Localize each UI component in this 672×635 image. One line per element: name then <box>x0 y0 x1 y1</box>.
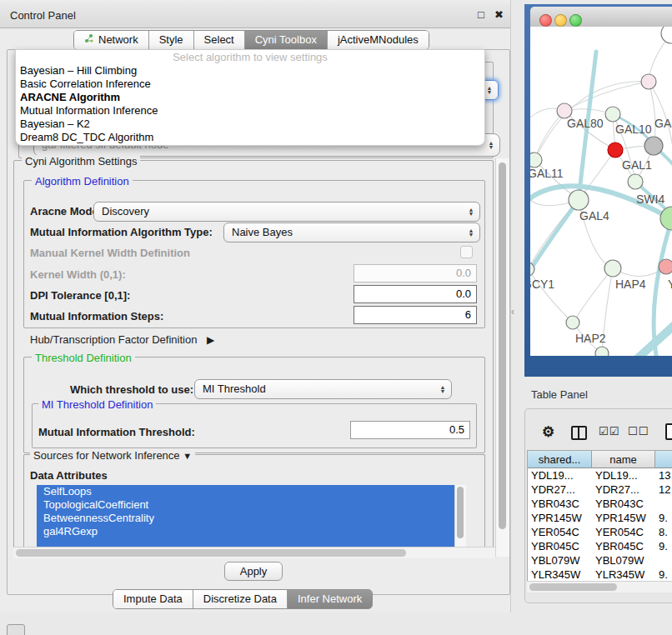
control-panel-titlebar: Control Panel □ ✖ <box>0 2 510 28</box>
control-panel-tabbar: Network Style Select Cyni Toolbox jActiv… <box>73 30 429 50</box>
tab-impute-data[interactable]: Impute Data <box>113 590 193 608</box>
node-label: GAL <box>654 117 672 130</box>
table-row[interactable]: YDL19...YDL19...13 <box>528 468 672 482</box>
tab-select[interactable]: Select <box>194 31 245 49</box>
scrollbar-thumb[interactable] <box>499 162 506 529</box>
algorithm-option[interactable]: Mutual Information Inference <box>16 104 484 118</box>
hub-definition-toggle[interactable]: Hub/Transcription Factor Definition ▶ <box>30 333 214 346</box>
attribute-item-selected[interactable]: SelfLoops <box>37 485 454 498</box>
deselect-all-checkboxes-icon[interactable]: ☐☐ <box>628 425 649 438</box>
table-header-row: shared... name <box>528 451 672 468</box>
attribute-item-selected[interactable]: BetweennessCentrality <box>37 512 454 525</box>
zoom-window-icon[interactable] <box>569 14 582 27</box>
node-gal1-selected <box>608 142 623 158</box>
table-row[interactable]: YPR145WYPR145W9. <box>528 511 672 525</box>
table-row[interactable]: YBR043CYBR043C <box>528 497 672 511</box>
table-row[interactable]: YER054CYER054C8. <box>528 525 672 539</box>
threshold-definition-title: Threshold Definition <box>32 352 135 364</box>
tab-infer-network[interactable]: Infer Network <box>288 590 372 608</box>
node-label: GCY1 <box>530 278 554 291</box>
tab-cyni-toolbox[interactable]: Cyni Toolbox <box>245 31 328 49</box>
combo-stepper-icon: ▲▼ <box>466 224 476 240</box>
cyni-algorithm-settings-title: Cyni Algorithm Settings <box>22 155 140 168</box>
algorithm-option[interactable]: Bayesian – Hill Climbing <box>16 64 484 78</box>
node-table: shared... name YDL19...YDL19...13 YDR27.… <box>527 450 672 582</box>
algorithm-option-selected[interactable]: ARACNE Algorithm <box>16 91 484 104</box>
node-gal10 <box>605 107 620 122</box>
combo-stepper-icon: ▲▼ <box>484 82 494 98</box>
node-hap2 <box>566 316 579 329</box>
node-swi4 <box>628 174 643 189</box>
attributes-vertical-scrollbar[interactable] <box>454 485 466 547</box>
algorithm-option[interactable]: Bayesian – K2 <box>16 118 484 131</box>
tab-discretize-data[interactable]: Discretize Data <box>193 590 288 608</box>
network-icon <box>84 31 94 49</box>
collapse-down-icon: ▼ <box>183 451 192 461</box>
tab-style[interactable]: Style <box>149 31 194 49</box>
node-bright-green <box>660 207 672 230</box>
mi-threshold-field[interactable]: 0.5 <box>350 421 470 439</box>
network-view[interactable]: GAL GAL80 GAL10 GAL1 GAL11 SWI4 GAL4 GCY… <box>530 27 672 356</box>
algorithm-dropdown-popup: Select algorithm to view settings Bayesi… <box>15 49 485 146</box>
kernel-width-field[interactable]: 0.0 <box>354 264 477 282</box>
table-row[interactable]: YBR045CYBR045C9. <box>528 539 672 553</box>
algorithm-option[interactable]: Dream8 DC_TDC Algorithm <box>16 131 484 144</box>
expand-right-icon: ▶ <box>207 334 214 346</box>
node-gal <box>641 74 656 89</box>
gear-icon[interactable]: ⚙ <box>542 423 554 441</box>
node-gal4 <box>569 190 589 210</box>
scrollbar-thumb[interactable] <box>16 549 406 557</box>
tab-network[interactable]: Network <box>74 31 149 49</box>
table-panel-title: Table Panel <box>531 388 588 401</box>
scrollbar-thumb[interactable] <box>457 487 464 538</box>
apply-button[interactable]: Apply <box>224 562 283 581</box>
manual-kernel-width-checkbox[interactable] <box>460 246 473 258</box>
table-row[interactable]: YLR345WYLR345W9. <box>528 568 672 582</box>
tab-jactivemnodules[interactable]: jActiveMNodules <box>328 31 429 49</box>
application-window: Control Panel □ ✖ Network Style Select C <box>0 0 672 635</box>
new-table-icon[interactable] <box>665 423 672 440</box>
node-label: GAL80 <box>567 117 604 130</box>
data-attributes-list: SelfLoops TopologicalCoefficient Between… <box>37 485 454 547</box>
close-panel-icon[interactable]: ✖ <box>494 8 504 21</box>
mi-steps-field[interactable]: 6 <box>354 306 477 324</box>
column-browser-icon[interactable] <box>571 426 587 440</box>
aracne-mode-combobox[interactable]: Discovery ▲▼ <box>93 202 480 222</box>
node-gray <box>644 137 663 155</box>
which-threshold-combobox[interactable]: MI Threshold ▲▼ <box>194 379 452 399</box>
network-window-titlebar[interactable] <box>530 7 672 28</box>
combo-stepper-icon: ▲▼ <box>486 135 496 155</box>
table-horizontal-scrollbar[interactable] <box>527 581 672 592</box>
bottom-tabbar: Impute Data Discretize Data Infer Networ… <box>113 589 373 609</box>
algorithm-option[interactable]: Basic Correlation Inference <box>16 78 484 91</box>
minimize-window-icon[interactable] <box>554 14 567 27</box>
dpi-tolerance-field[interactable]: 0.0 <box>354 285 477 303</box>
node-label: SWI4 <box>636 192 664 206</box>
node-hap4 <box>604 260 621 277</box>
select-all-checkboxes-icon[interactable]: ☑☑ <box>599 425 619 438</box>
node-label: GAL11 <box>530 167 564 180</box>
attribute-item-selected[interactable]: gal4RGexp <box>37 525 454 538</box>
data-attributes-label: Data Attributes <box>30 469 108 482</box>
sources-toggle[interactable]: Sources for Network Inference ▼ <box>30 449 195 462</box>
node <box>661 27 672 43</box>
mi-algorithm-type-combobox[interactable]: Naive Bayes ▲▼ <box>223 222 480 242</box>
column-header-cut[interactable] <box>655 451 672 468</box>
minimized-panel-icon[interactable] <box>7 624 25 635</box>
float-panel-icon[interactable]: □ <box>478 8 484 21</box>
network-canvas[interactable]: GAL GAL80 GAL10 GAL1 GAL11 SWI4 GAL4 GCY… <box>530 27 672 356</box>
table-row[interactable]: YBL079WYBL079W <box>528 553 672 568</box>
attribute-item-selected[interactable]: TopologicalCoefficient <box>37 498 454 512</box>
settings-vertical-scrollbar[interactable] <box>495 158 509 557</box>
node-salmon <box>659 259 672 274</box>
control-panel: Control Panel □ ✖ Network Style Select C <box>0 0 511 612</box>
node-label: GAL10 <box>615 122 652 136</box>
node-bottom <box>595 347 609 356</box>
settings-horizontal-scrollbar[interactable] <box>13 547 495 558</box>
close-window-icon[interactable] <box>539 14 552 27</box>
column-header-name[interactable]: name <box>592 451 655 468</box>
table-row[interactable]: YDR27...YDR27...12 <box>528 482 672 497</box>
column-header-shared-name[interactable]: shared... <box>528 451 592 468</box>
divider-collapse-icon[interactable]: ‹ <box>511 306 514 318</box>
scrollbar-thumb[interactable] <box>529 583 617 591</box>
